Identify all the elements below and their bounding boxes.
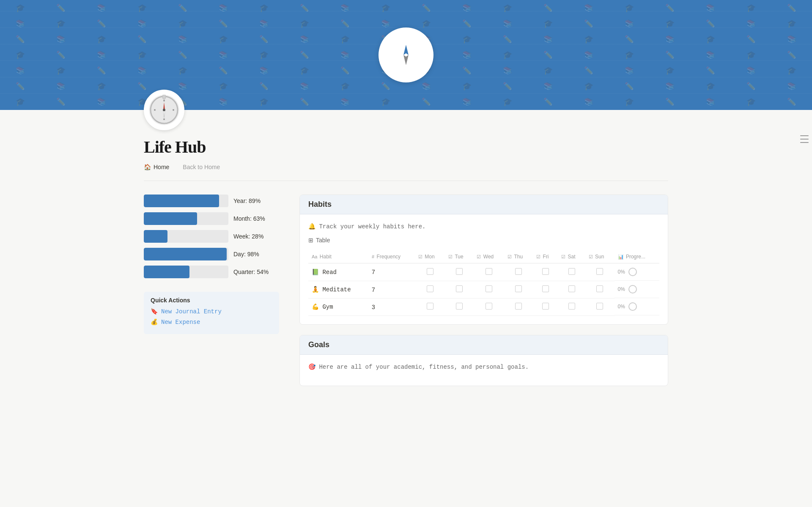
habit-wed-read[interactable]: [473, 263, 504, 281]
habit-sat-read[interactable]: [558, 263, 585, 281]
col-tue: ☑ Tue: [445, 250, 473, 263]
progress-bar-week-container: [144, 230, 228, 243]
progress-label-month: Month: 63%: [233, 215, 265, 222]
habit-fri-gym[interactable]: [533, 298, 558, 315]
habit-mon-read[interactable]: [415, 263, 445, 281]
svg-point-5: [163, 100, 165, 101]
habit-progress-meditate: 0%: [614, 281, 659, 298]
habit-thu-gym[interactable]: [504, 298, 533, 315]
progress-label-year: Year: 89%: [233, 197, 261, 204]
progress-bar-month-fill: [144, 212, 197, 225]
progress-bar-day-fill: [144, 248, 227, 260]
new-expense-label: New Expense: [161, 319, 200, 326]
progress-label-week: Week: 28%: [233, 233, 263, 240]
habit-fri-meditate[interactable]: [533, 281, 558, 298]
habit-tue-meditate[interactable]: [445, 281, 473, 298]
habit-mon-gym[interactable]: [415, 298, 445, 315]
progress-item-quarter: Quarter: 54%: [144, 266, 279, 278]
col-habit: Aa Habit: [308, 250, 368, 263]
habit-name-meditate: 🧘 Meditate: [308, 281, 368, 298]
col-sat: ☑ Sat: [558, 250, 585, 263]
habit-freq-read: 7: [368, 263, 415, 281]
habit-progress-read: 0%: [614, 263, 659, 281]
avatar-row: [144, 90, 668, 130]
progress-item-day: Day: 98%: [144, 248, 279, 260]
habit-name-gym: 💪 Gym: [308, 298, 368, 315]
goals-body: 🎯 Here are all of your academic, fitness…: [300, 355, 668, 386]
progress-bar-week-fill: [144, 230, 167, 243]
col-thu: ☑ Thu: [504, 250, 533, 263]
habit-tue-gym[interactable]: [445, 298, 473, 315]
progress-label-day: Day: 98%: [233, 251, 259, 258]
progress-bar-year-fill: [144, 195, 219, 207]
nav-home[interactable]: 🏠 Home: [144, 164, 169, 170]
col-fri: ☑ Fri: [533, 250, 558, 263]
habit-tue-read[interactable]: [445, 263, 473, 281]
habit-freq-gym: 3: [368, 298, 415, 315]
habit-sun-read[interactable]: [585, 263, 614, 281]
habit-name-read: 📗 Read: [308, 263, 368, 281]
quick-action-new-journal[interactable]: 🔖 New Journal Entry: [151, 308, 272, 315]
table-row: 📗 Read 7 0%: [308, 263, 659, 281]
goals-section: Goals 🎯 Here are all of your academic, f…: [299, 335, 668, 386]
page-content: Life Hub 🏠 Home Back to Home Year: 89%: [110, 90, 702, 396]
nav-back-to-home[interactable]: Back to Home: [183, 164, 220, 170]
progress-bar-quarter-container: [144, 266, 228, 278]
journal-icon: 🔖: [151, 308, 158, 315]
habit-wed-gym[interactable]: [473, 298, 504, 315]
svg-point-7: [154, 109, 156, 111]
habit-mon-meditate[interactable]: [415, 281, 445, 298]
progress-label-quarter: Quarter: 54%: [233, 269, 269, 275]
scrollbar-line-3: [800, 142, 809, 143]
habit-wed-meditate[interactable]: [473, 281, 504, 298]
progress-circle-meditate: [628, 285, 637, 293]
left-sidebar: Year: 89% Month: 63% Week: 28%: [144, 195, 279, 396]
page-title: Life Hub: [144, 137, 668, 157]
progress-circle-read: [628, 268, 637, 276]
habit-thu-read[interactable]: [504, 263, 533, 281]
col-frequency: # Frequency: [368, 250, 415, 263]
habit-sun-gym[interactable]: [585, 298, 614, 315]
progress-bar-month-container: [144, 212, 228, 225]
col-mon: ☑ Mon: [415, 250, 445, 263]
habit-progress-gym: 0%: [614, 298, 659, 315]
quick-actions-title: Quick Actions: [151, 297, 272, 304]
habits-body: 🔔 Track your weekly habits here. ⊞ Table…: [300, 214, 668, 324]
quick-actions-section: Quick Actions 🔖 New Journal Entry 💰 New …: [144, 292, 279, 334]
nav-bar: 🏠 Home Back to Home: [144, 160, 668, 181]
svg-point-11: [163, 109, 165, 111]
progress-item-week: Week: 28%: [144, 230, 279, 243]
expense-icon: 💰: [151, 318, 158, 326]
progress-section: Year: 89% Month: 63% Week: 28%: [144, 195, 279, 278]
habit-sun-meditate[interactable]: [585, 281, 614, 298]
table-row: 🧘 Meditate 7 0%: [308, 281, 659, 298]
goals-title: Goals: [308, 340, 329, 349]
habit-thu-meditate[interactable]: [504, 281, 533, 298]
table-link[interactable]: ⊞ Table: [308, 237, 659, 244]
svg-point-6: [163, 118, 165, 120]
table-icon: ⊞: [308, 237, 313, 244]
habit-sat-gym[interactable]: [558, 298, 585, 315]
compass-icon: [379, 27, 433, 82]
nav-home-label: Home: [154, 164, 169, 170]
quick-action-new-expense[interactable]: 💰 New Expense: [151, 318, 272, 326]
scrollbar-handle[interactable]: [800, 135, 809, 143]
goals-subtitle: 🎯 Here are all of your academic, fitness…: [308, 363, 659, 370]
avatar: [144, 90, 184, 130]
habit-fri-read[interactable]: [533, 263, 558, 281]
habit-freq-meditate: 7: [368, 281, 415, 298]
progress-circle-gym: [628, 302, 637, 311]
scrollbar-line-1: [800, 135, 809, 136]
habits-section: Habits 🔔 Track your weekly habits here. …: [299, 195, 668, 325]
scrollbar-line-2: [800, 139, 809, 140]
svg-point-8: [173, 109, 174, 111]
right-content: Habits 🔔 Track your weekly habits here. …: [299, 195, 668, 396]
habit-sat-meditate[interactable]: [558, 281, 585, 298]
progress-item-month: Month: 63%: [144, 212, 279, 225]
col-progress: 📊 Progre...: [614, 250, 659, 263]
new-journal-label: New Journal Entry: [161, 308, 222, 315]
main-layout: Year: 89% Month: 63% Week: 28%: [144, 195, 668, 396]
habits-header: Habits: [300, 195, 668, 214]
col-sun: ☑ Sun: [585, 250, 614, 263]
progress-item-year: Year: 89%: [144, 195, 279, 207]
